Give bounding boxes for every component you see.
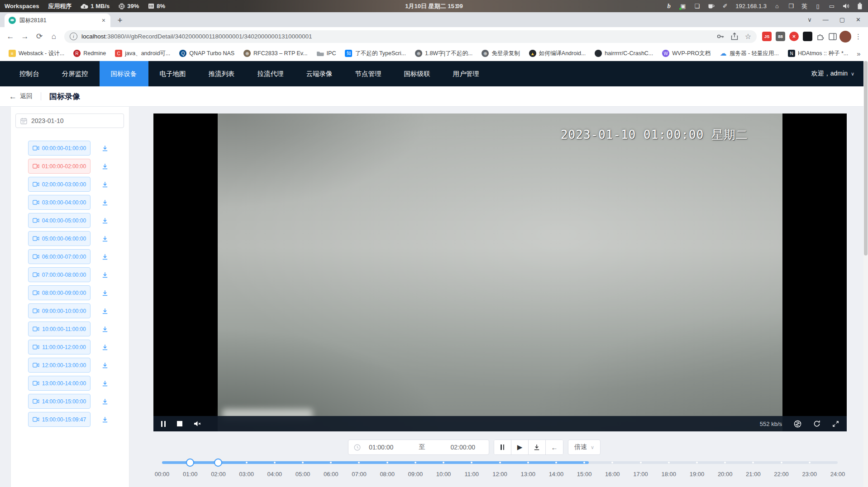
nav-tab-6[interactable]: 拉流代理 [246,61,295,86]
tab-search-icon[interactable]: ∨ [807,16,812,23]
bookmark-item[interactable]: IPC [313,49,340,58]
segment-download-button[interactable] [101,253,109,260]
segment-download-button[interactable] [101,398,109,405]
tab-close-icon[interactable]: × [101,16,106,24]
speed-select[interactable]: 倍速 ∨ [568,440,601,455]
video-player[interactable]: 2023-01-10 01:00:00 星期二 552 kb/s [153,113,847,431]
browser-home-button[interactable]: ⌂ [47,30,61,43]
forward-button[interactable]: → [18,30,32,43]
bookmark-item[interactable]: 知了不起的 TypeScri... [341,48,410,59]
segment-button[interactable]: 00:00:00-01:00:00 [28,141,91,156]
segment-button[interactable]: 03:00:00-04:00:00 [28,195,91,210]
extension-js-icon[interactable]: JS [762,32,772,41]
bookmark-item[interactable]: NHDAtmos :: 种子 *... [784,48,852,59]
home-tray-icon[interactable]: ⌂ [773,2,781,10]
applications-button[interactable]: 应用程序 [48,2,72,10]
share-icon[interactable] [731,33,738,40]
screenshot-tool-icon[interactable]: ▣ [679,2,687,10]
bing-tray-icon[interactable]: b [665,2,672,10]
segment-button[interactable]: 11:00:00-12:00:00 [28,340,91,355]
segment-download-button[interactable] [101,326,109,333]
network-speed-indicator[interactable]: 1 MB/s [81,3,110,9]
nav-tab-5[interactable]: 推流列表 [197,61,246,86]
segment-download-button[interactable] [101,181,109,188]
workspaces-button[interactable]: Workspaces [5,3,39,9]
adblock-icon[interactable]: ✕ [789,32,799,41]
extension-88-icon[interactable]: 88 [776,32,785,41]
back-nav-button[interactable]: ← 返回 [9,92,33,100]
bookmark-item[interactable]: ▲如何编译Android... [525,48,590,59]
nav-tab-1[interactable]: 控制台 [8,61,51,86]
back-button[interactable]: ← [4,30,17,43]
segment-button[interactable]: 07:00:00-08:00:00 [28,267,91,282]
address-bar[interactable]: i localhost:38080/#/gbRecordDetail/34020… [64,30,757,43]
side-panel-icon[interactable] [829,33,837,40]
page-scrollbar[interactable] [863,61,868,487]
clock[interactable]: 1月10日 星期二 15∶09 [405,2,463,10]
end-time-value[interactable]: 02:00:00 [443,444,483,451]
clipboard-icon[interactable]: ❏ [693,2,701,10]
segment-download-button[interactable] [101,380,109,387]
time-range-input[interactable]: 01:00:00 至 02:00:00 [348,440,489,455]
nav-tab-3[interactable]: 国标设备 [100,61,148,86]
bookmark-item[interactable]: ⊕1.8W字|了不起的... [411,48,477,59]
bookmark-item[interactable]: ☁服务器 - 轻量应用... [715,48,783,59]
extensions-puzzle-icon[interactable] [816,33,825,41]
color-picker-icon[interactable]: ✐ [721,2,729,10]
segment-button[interactable]: 02:00:00-03:00:00 [28,177,91,192]
segment-download-button[interactable] [101,145,109,152]
segment-button[interactable]: 14:00:00-15:00:00 [28,394,91,409]
window-switcher-icon[interactable]: ❒ [787,2,795,10]
memory-usage-indicator[interactable]: 8% [148,3,165,9]
nav-tab-8[interactable]: 节点管理 [344,61,393,86]
segment-button[interactable]: 15:00:00-15:09:47 [28,412,91,427]
segment-download-button[interactable] [101,199,109,206]
nav-tab-9[interactable]: 国标级联 [393,61,442,86]
segment-download-button[interactable] [101,271,109,279]
segment-download-button[interactable] [101,344,109,351]
pause-button[interactable] [494,440,511,454]
bookmark-item[interactable]: WWVP-PRO文档 [658,48,715,59]
browser-tab[interactable]: 国标28181 × [5,14,110,27]
bookmark-star-icon[interactable]: ☆ [745,32,751,41]
segment-button[interactable]: 04:00:00-05:00:00 [28,213,91,228]
nav-tab-10[interactable]: 用户管理 [442,61,491,86]
reload-button[interactable]: ⟳ [33,30,46,43]
new-tab-button[interactable]: + [114,14,126,26]
segment-button[interactable]: 10:00:00-11:00:00 [28,322,91,336]
snapshot-button[interactable] [794,420,801,428]
player-pause-button[interactable] [161,421,166,427]
cpu-usage-indicator[interactable]: 39% [119,3,139,9]
segment-download-button[interactable] [101,235,109,242]
fullscreen-button[interactable] [832,421,839,427]
player-mute-button[interactable] [194,421,201,427]
segment-button[interactable]: 09:00:00-10:00:00 [28,303,91,318]
battery-icon[interactable] [856,2,863,10]
ip-address-label[interactable]: 192.168.1.3 [735,3,767,9]
bookmark-item[interactable]: hairrrrr/C-CrashC... [591,48,657,58]
date-picker[interactable]: 2023-01-10 [15,113,124,128]
nav-tab-7[interactable]: 云端录像 [295,61,344,86]
segment-download-button[interactable] [101,163,109,170]
refresh-button[interactable] [813,420,820,427]
rewind-button[interactable]: ← [546,440,563,454]
player-stop-button[interactable] [177,421,182,426]
segment-button[interactable]: 13:00:00-14:00:00 [28,376,91,391]
segment-download-button[interactable] [101,289,109,297]
window-close-button[interactable]: ✕ [856,16,861,23]
segment-button[interactable]: 01:00:00-02:00:00 [28,159,91,174]
input-language-indicator[interactable]: 英 [801,2,807,10]
bookmark-item[interactable]: Cjava、android可... [111,48,174,59]
coffee-icon[interactable] [707,2,715,10]
timeline-start-handle[interactable] [186,459,194,467]
bookmark-item[interactable]: ≡Webstack - 设计... [5,48,68,59]
bookmarks-overflow-icon[interactable]: » [853,50,864,57]
bookmark-item[interactable]: ⊕RFC2833 – RTP Ev... [239,48,312,58]
nav-tab-2[interactable]: 分屏监控 [51,61,100,86]
profile-avatar[interactable] [839,31,851,43]
timeline-end-handle[interactable] [214,459,222,467]
display-icon[interactable]: ▭ [828,2,835,10]
window-minimize-button[interactable]: — [823,16,829,23]
segment-download-button[interactable] [101,217,109,224]
bookmark-item[interactable]: RRedmine [69,48,110,58]
